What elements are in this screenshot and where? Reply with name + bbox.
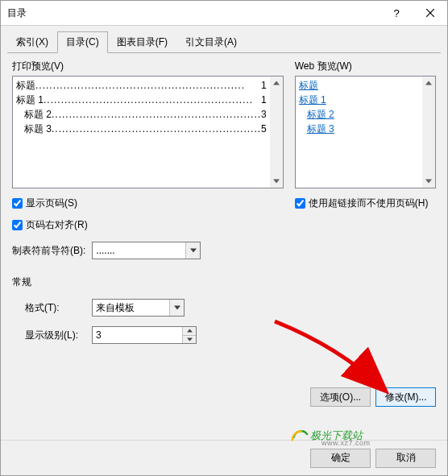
spin-down-icon[interactable] bbox=[182, 336, 196, 344]
tab-toc[interactable]: 目录(C) bbox=[57, 31, 108, 53]
modify-button[interactable]: 修改(M)... bbox=[375, 387, 436, 407]
toc-entry: 标题......................................… bbox=[16, 78, 283, 93]
format-label: 格式(T): bbox=[25, 301, 85, 315]
close-button[interactable] bbox=[413, 1, 447, 25]
toc-entry: 标题 1....................................… bbox=[16, 93, 283, 107]
toc-link-entry: 标题 1 bbox=[299, 93, 435, 107]
print-preview-label: 打印预览(V) bbox=[12, 60, 284, 73]
format-select[interactable]: 来自模板 bbox=[92, 299, 185, 317]
spin-up-icon[interactable] bbox=[182, 327, 196, 336]
toc-dialog: 目录 ? 索引(X) 目录(C) 图表目录(F) 引文目录(A) 打印预览(V)… bbox=[0, 0, 448, 476]
title-bar: 目录 ? bbox=[1, 1, 447, 26]
chevron-down-icon bbox=[185, 242, 200, 259]
toc-entry: 标题 2....................................… bbox=[16, 107, 283, 122]
logo-icon bbox=[291, 427, 309, 445]
toc-link-entry: 标题 bbox=[299, 78, 435, 93]
toc-link-entry: 标题 2 bbox=[299, 107, 435, 122]
levels-label: 显示级别(L): bbox=[25, 329, 85, 342]
tab-figures[interactable]: 图表目录(F) bbox=[108, 31, 176, 53]
toc-entry: 标题 3....................................… bbox=[16, 122, 283, 136]
leader-select[interactable]: ....... bbox=[92, 242, 201, 259]
general-label: 常规 bbox=[12, 275, 436, 289]
web-preview: 标题标题 1 标题 2 标题 3 bbox=[295, 76, 436, 188]
toc-link-entry: 标题 3 bbox=[299, 122, 435, 136]
scroll-up-icon[interactable] bbox=[270, 77, 283, 89]
scrollbar[interactable] bbox=[422, 77, 435, 188]
cancel-button[interactable]: 取消 bbox=[375, 449, 436, 468]
scroll-down-icon[interactable] bbox=[270, 175, 283, 188]
print-preview: 标题......................................… bbox=[12, 76, 284, 188]
toc-link[interactable]: 标题 1 bbox=[299, 93, 326, 107]
options-button[interactable]: 选项(O)... bbox=[310, 387, 371, 407]
window-title: 目录 bbox=[7, 6, 380, 20]
scroll-up-icon[interactable] bbox=[422, 77, 435, 89]
leader-label: 制表符前导符(B): bbox=[12, 244, 85, 258]
tab-citations[interactable]: 引文目录(A) bbox=[176, 31, 246, 53]
tab-index[interactable]: 索引(X) bbox=[7, 31, 57, 53]
help-button[interactable]: ? bbox=[380, 1, 413, 25]
ok-button[interactable]: 确定 bbox=[310, 449, 371, 468]
dialog-footer: 确定 取消 bbox=[1, 440, 447, 475]
web-preview-label: Web 预览(W) bbox=[295, 60, 436, 73]
toc-link[interactable]: 标题 3 bbox=[307, 122, 334, 136]
levels-spinner[interactable]: 3 bbox=[92, 326, 197, 344]
show-page-checkbox[interactable]: 显示页码(S) bbox=[12, 197, 284, 210]
watermark: 极光下载站 www.xz7.com bbox=[291, 427, 363, 445]
chevron-down-icon bbox=[169, 300, 184, 316]
toc-link[interactable]: 标题 2 bbox=[307, 107, 334, 122]
tab-strip: 索引(X) 目录(C) 图表目录(F) 引文目录(A) bbox=[7, 31, 441, 53]
scroll-down-icon[interactable] bbox=[422, 175, 435, 188]
right-align-checkbox[interactable]: 页码右对齐(R) bbox=[12, 218, 284, 232]
hyperlinks-checkbox[interactable]: 使用超链接而不使用页码(H) bbox=[295, 197, 436, 210]
toc-link[interactable]: 标题 bbox=[299, 78, 318, 93]
scrollbar[interactable] bbox=[270, 77, 283, 188]
